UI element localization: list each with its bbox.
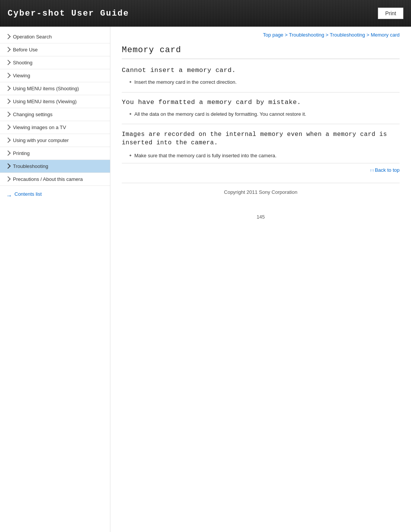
arrow-icon bbox=[5, 98, 11, 104]
sidebar-item-label: Before Use bbox=[13, 47, 38, 53]
arrow-icon bbox=[5, 124, 11, 129]
sidebar-item-label: Viewing images on a TV bbox=[13, 125, 66, 130]
arrow-icon bbox=[5, 85, 11, 91]
sidebar: Operation Search Before Use Shooting Vie… bbox=[0, 27, 110, 532]
sidebar-item-changing-settings[interactable]: Changing settings bbox=[0, 108, 110, 121]
sidebar-item-label: Changing settings bbox=[13, 112, 53, 117]
section3-item1: Make sure that the memory card is fully … bbox=[122, 152, 400, 160]
sidebar-item-viewing[interactable]: Viewing bbox=[0, 69, 110, 82]
breadcrumb-troubleshooting2[interactable]: Troubleshooting bbox=[330, 32, 365, 38]
breadcrumb-memory-card[interactable]: Memory card bbox=[371, 32, 400, 38]
sidebar-item-label: Shooting bbox=[13, 60, 32, 66]
print-button[interactable]: Print bbox=[378, 8, 403, 19]
copyright-text: Copyright 2011 Sony Corporation bbox=[224, 189, 298, 195]
section3-title: Images are recorded on the internal memo… bbox=[122, 130, 400, 147]
breadcrumb-sep3: > bbox=[366, 32, 371, 38]
arrow-icon bbox=[5, 111, 11, 117]
app-title: Cyber-shot User Guide bbox=[8, 9, 129, 18]
arrow-icon bbox=[5, 59, 11, 65]
sidebar-item-label: Printing bbox=[13, 150, 30, 156]
sidebar-item-label: Viewing bbox=[13, 73, 30, 78]
sidebar-item-computer[interactable]: Using with your computer bbox=[0, 134, 110, 147]
arrow-icon bbox=[5, 34, 11, 39]
page-number: 145 bbox=[122, 203, 400, 224]
section1-title: Cannot insert a memory card. bbox=[122, 67, 400, 74]
breadcrumb-sep2: > bbox=[326, 32, 330, 38]
page-title-section: Memory card bbox=[122, 45, 400, 59]
page-title: Memory card bbox=[122, 45, 400, 55]
main-layout: Operation Search Before Use Shooting Vie… bbox=[0, 27, 411, 532]
sidebar-item-label: Using with your computer bbox=[13, 137, 69, 143]
breadcrumb-troubleshooting1[interactable]: Troubleshooting bbox=[289, 32, 324, 38]
contents-list-link[interactable]: Contents list bbox=[0, 187, 110, 201]
section-internal-memory: Images are recorded on the internal memo… bbox=[122, 130, 400, 163]
sidebar-item-label: Operation Search bbox=[13, 34, 52, 40]
sidebar-item-viewing-tv[interactable]: Viewing images on a TV bbox=[0, 121, 110, 134]
arrow-icon bbox=[5, 176, 11, 181]
sidebar-item-label: Precautions / About this camera bbox=[13, 176, 83, 182]
sidebar-item-menu-shooting[interactable]: Using MENU items (Shooting) bbox=[0, 82, 110, 95]
footer: Copyright 2011 Sony Corporation bbox=[122, 183, 400, 203]
arrow-icon bbox=[5, 150, 11, 155]
arrow-icon bbox=[5, 163, 11, 168]
contents-list-label: Contents list bbox=[14, 191, 42, 197]
content-area: Top page > Troubleshooting > Troubleshoo… bbox=[110, 27, 411, 532]
header: Cyber-shot User Guide Print bbox=[0, 0, 411, 27]
breadcrumb: Top page > Troubleshooting > Troubleshoo… bbox=[122, 27, 400, 42]
sidebar-item-troubleshooting[interactable]: Troubleshooting bbox=[0, 160, 110, 173]
arrow-right-icon bbox=[6, 192, 12, 196]
back-to-top-label: Back to top bbox=[375, 167, 400, 173]
sidebar-item-label: Using MENU items (Shooting) bbox=[13, 86, 79, 91]
arrow-icon bbox=[5, 137, 11, 142]
section2-item1: All the data on the memory card is delet… bbox=[122, 110, 400, 118]
sidebar-item-printing[interactable]: Printing bbox=[0, 147, 110, 160]
sidebar-item-precautions[interactable]: Precautions / About this camera bbox=[0, 173, 110, 186]
section2-title: You have formatted a memory card by mist… bbox=[122, 99, 400, 106]
section3-item1-text: Make sure that the memory card is fully … bbox=[134, 152, 277, 160]
section2-item1-text: All the data on the memory card is delet… bbox=[134, 110, 306, 118]
sidebar-item-label: Troubleshooting bbox=[13, 163, 48, 169]
back-to-top-icon: ↑↑ bbox=[370, 168, 374, 173]
section1-item1: Insert the memory card in the correct di… bbox=[122, 78, 400, 86]
breadcrumb-top[interactable]: Top page bbox=[263, 32, 284, 38]
sidebar-item-menu-viewing[interactable]: Using MENU items (Viewing) bbox=[0, 95, 110, 108]
back-to-top-link[interactable]: ↑↑Back to top bbox=[370, 167, 400, 173]
sidebar-item-before-use[interactable]: Before Use bbox=[0, 43, 110, 56]
section-formatted-mistake: You have formatted a memory card by mist… bbox=[122, 99, 400, 125]
breadcrumb-sep1: > bbox=[285, 32, 289, 38]
sidebar-item-shooting[interactable]: Shooting bbox=[0, 56, 110, 69]
section-cannot-insert: Cannot insert a memory card. Insert the … bbox=[122, 67, 400, 93]
sidebar-item-operation-search[interactable]: Operation Search bbox=[0, 30, 110, 43]
arrow-icon bbox=[5, 46, 11, 52]
sidebar-item-label: Using MENU items (Viewing) bbox=[13, 99, 76, 104]
arrow-icon bbox=[5, 72, 11, 78]
back-to-top: ↑↑Back to top bbox=[122, 163, 400, 175]
section1-item1-text: Insert the memory card in the correct di… bbox=[134, 78, 237, 86]
